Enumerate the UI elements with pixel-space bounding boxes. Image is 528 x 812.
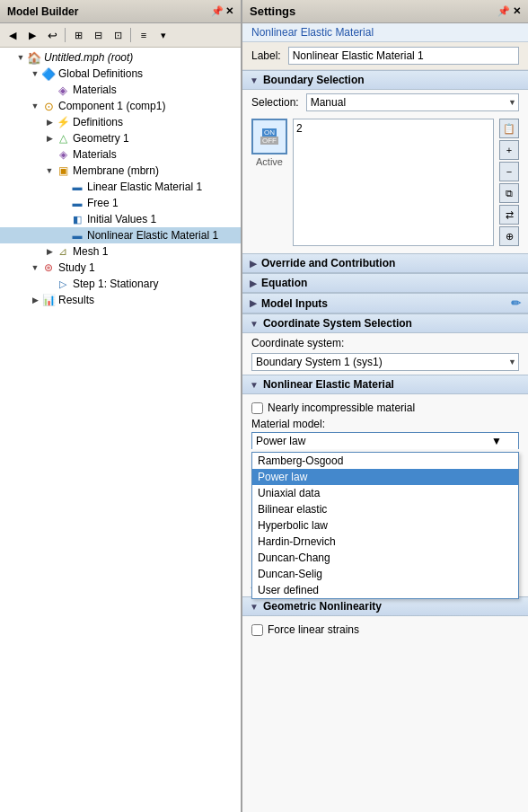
mesh1-icon: ⊿ [56,244,70,259]
tree-item-component1[interactable]: ▼ ⊙ Component 1 (comp1) [0,98,241,114]
results-icon: 📊 [41,293,56,307]
material-model-label: Material model: [251,418,519,430]
off-label: OFF [260,137,278,145]
tree-item-membrane[interactable]: ▼ ▣ Membrane (mbrn) [0,163,241,179]
materials-comp-icon: ◈ [56,147,70,162]
label-input[interactable] [288,47,519,65]
collapse-button[interactable]: ⊟ [89,26,107,44]
selection-numbers-box: 2 [293,119,494,246]
tree-toolbar: ◀ ▶ ↩ ⊞ ⊟ ⊡ ≡ ▾ [0,23,241,48]
add-button[interactable]: + [499,140,519,160]
override-arrow-icon: ▶ [250,259,257,269]
forward-button[interactable]: ▶ [23,26,41,44]
boundary-arrow-icon: ▼ [250,75,259,85]
tree-label-mesh1: Mesh 1 [73,245,108,258]
option-power-law[interactable]: Power law [252,469,518,485]
coord-arrow-icon: ▼ [250,319,259,329]
section-header-override[interactable]: ▶ Override and Contribution [242,253,528,273]
model-inputs-edit-icon[interactable]: ✏ [511,296,521,310]
material-model-selected[interactable]: Power law ▼ [251,432,519,449]
tree-item-nonlinear-elastic[interactable]: ▬ Nonlinear Elastic Material 1 [0,227,241,243]
selection-label: Selection: [251,96,299,109]
section-header-geo-nonlinear[interactable]: ▼ Geometric Nonlinearity [242,596,528,616]
study1-icon: ⊛ [41,260,56,275]
force-linear-checkbox[interactable] [251,624,263,636]
nearly-incompressible-checkbox[interactable] [251,402,263,414]
tree-item-linear-elastic[interactable]: ▬ Linear Elastic Material 1 [0,179,241,195]
expand-button[interactable]: ⊞ [69,26,87,44]
model-builder-title: Model Builder [7,5,78,18]
section-header-model-inputs[interactable]: ▶ Model Inputs ✏ [242,293,528,313]
coord-system-row: Coordinate system: Boundary System 1 (sy… [242,333,528,375]
paste-button[interactable]: 📋 [499,119,519,138]
tree-item-results[interactable]: ▶ 📊 Results [0,292,241,308]
selection-sidebar: 📋 + − ⧉ ⇄ ⊕ [499,119,519,246]
option-uniaxial[interactable]: Uniaxial data [252,485,518,501]
force-linear-label: Force linear strains [268,623,359,636]
option-hyperbolic[interactable]: Hyperbolic law [252,517,518,534]
option-ramberg[interactable]: Ramberg-Osgood [252,453,518,469]
tree-item-study1[interactable]: ▼ ⊛ Study 1 [0,260,241,276]
section-header-equation[interactable]: ▶ Equation [242,273,528,293]
tree-item-materials-comp[interactable]: ◈ Materials [0,146,241,163]
menu-button[interactable]: ≡ [135,26,153,44]
tree-label-step1: Step 1: Stationary [73,278,158,290]
option-duncan-chang[interactable]: Duncan-Chang [252,550,518,566]
active-toggle[interactable]: ON OFF [251,119,287,154]
settings-header: Settings 📌 ✕ [242,0,528,23]
back-button[interactable]: ◀ [4,26,22,44]
force-linear-row: Force linear strains [251,623,519,636]
more-button[interactable]: ▾ [154,26,172,44]
material-model-list: Ramberg-Osgood Power law Uniaxial data B… [251,452,519,599]
tree-label-linear-elastic: Linear Elastic Material 1 [87,181,202,193]
split-button[interactable]: ⊡ [109,26,127,44]
material-model-value: Power law [256,435,305,447]
tree-item-materials-global[interactable]: ◈ Materials [0,82,241,98]
coord-dropdown[interactable]: Boundary System 1 (sys1) Global coordina… [251,353,519,371]
tree-item-global-defs[interactable]: ▼ 🔷 Global Definitions [0,66,241,82]
coord-label: Coordinate system: [251,337,519,349]
nonlinear-arrow-icon: ▼ [250,380,259,390]
label-key: Label: [251,49,281,62]
settings-controls: 📌 ✕ [497,5,521,17]
section-header-nonlinear[interactable]: ▼ Nonlinear Elastic Material [242,375,528,394]
option-duncan-selig[interactable]: Duncan-Selig [252,566,518,582]
close-icon[interactable]: ✕ [225,5,233,17]
option-user-defined[interactable]: User defined [252,582,518,598]
pin-icon[interactable]: 📌 [211,5,224,17]
selection-dropdown[interactable]: Manual All boundaries Exterior boundarie… [306,93,519,111]
reset-button[interactable]: ↩ [43,26,61,44]
material-model-arrow-icon: ▼ [491,435,502,447]
tree-label-membrane: Membrane (mbrn) [73,164,159,177]
tree-item-step1[interactable]: ▷ Step 1: Stationary [0,276,241,292]
tree-item-initial-values[interactable]: ◧ Initial Values 1 [0,211,241,227]
model-builder-panel: Model Builder 📌 ✕ ◀ ▶ ↩ ⊞ ⊟ ⊡ ≡ ▾ ▼ 🏠 Un… [0,0,242,812]
nonlinear-section-title: Nonlinear Elastic Material [263,378,394,391]
pin-settings-icon[interactable]: 📌 [497,5,510,17]
tree-item-root[interactable]: ▼ 🏠 Untitled.mph (root) [0,49,241,66]
close-settings-icon[interactable]: ✕ [513,5,521,17]
free1-icon: ▬ [70,196,84,210]
equation-section-title: Equation [261,277,307,289]
copy-button[interactable]: ⧉ [499,183,519,203]
coord-section-title: Coordinate System Selection [263,317,412,330]
boundary-section-title: Boundary Selection [263,74,365,86]
override-section-title: Override and Contribution [261,257,395,269]
section-header-coord[interactable]: ▼ Coordinate System Selection [242,313,528,333]
exchange-button[interactable]: ⇄ [499,205,519,225]
tree-label-definitions: Definitions [73,116,123,128]
option-bilinear[interactable]: Bilinear elastic [252,501,518,517]
add-all-button[interactable]: ⊕ [499,226,519,246]
tree-item-mesh1[interactable]: ▶ ⊿ Mesh 1 [0,243,241,260]
model-tree: ▼ 🏠 Untitled.mph (root) ▼ 🔷 Global Defin… [0,48,241,812]
nearly-incompressible-label: Nearly incompressible material [268,402,415,414]
tree-item-definitions[interactable]: ▶ ⚡ Definitions [0,114,241,130]
component1-icon: ⊙ [41,99,56,113]
tree-item-free1[interactable]: ▬ Free 1 [0,195,241,211]
section-header-boundary[interactable]: ▼ Boundary Selection [242,70,528,90]
active-toggle-wrapper: ON OFF Active [251,119,287,246]
tree-item-geometry1[interactable]: ▶ △ Geometry 1 [0,130,241,146]
tree-label-materials-global: Materials [73,84,117,96]
option-hardin[interactable]: Hardin-Drnevich [252,534,518,550]
remove-button[interactable]: − [499,162,519,181]
